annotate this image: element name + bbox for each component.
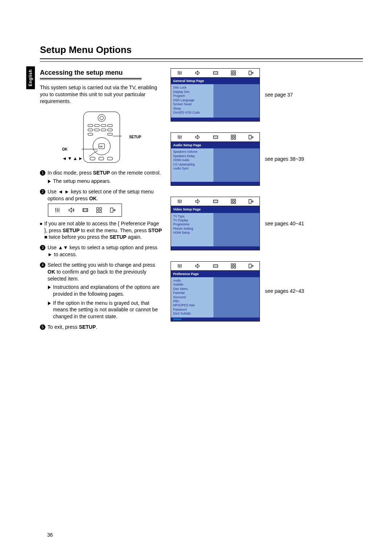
step-text: .: [97, 196, 98, 201]
svg-rect-35: [231, 135, 233, 137]
svg-rect-26: [100, 210, 102, 212]
settings-icon: [54, 207, 61, 213]
step-result: If the option in the menu is grayed out,…: [48, 300, 163, 320]
svg-rect-48: [234, 264, 236, 266]
setup-panel: General Setup PageDisc LockDisplay DimPr…: [171, 68, 260, 122]
panel-right-fill: [213, 148, 260, 182]
svg-rect-49: [231, 266, 233, 268]
panel-icon-strip: [171, 197, 260, 206]
right-column: General Setup PageDisc LockDisplay DimPr…: [171, 68, 363, 332]
step-result-text: Instructions and explanations of the opt…: [53, 284, 163, 298]
setup-panel-row: Video Setup PageTV TypeTV DisplayProgres…: [171, 197, 363, 250]
svg-rect-3: [88, 124, 93, 127]
exit-icon: [248, 134, 254, 140]
panel-option: Screen Saver: [173, 102, 211, 106]
audio-icon: [194, 134, 201, 140]
svg-point-1: [98, 114, 105, 122]
setup-panel: Audio Setup PageSpeakers VolumeSpeakers …: [171, 132, 260, 186]
section-title: Accessing the setup menu: [40, 68, 163, 77]
step-4: 4 Select the setting you wish to change …: [40, 262, 163, 282]
page-title: Setup Menu Options: [40, 44, 363, 56]
panel-option-list: TV TypeTV DisplayProgressivePicture Sett…: [171, 213, 213, 246]
remote-setup-label: SETUP: [129, 135, 141, 140]
grid-icon: [230, 263, 236, 269]
panel-option: HDMI Audio: [173, 158, 211, 162]
note-key: SETUP: [63, 228, 80, 233]
panel-option: Audio: [173, 279, 211, 283]
step-1: 1 In disc mode, press SETUP on the remot…: [40, 169, 163, 176]
setup-panel: Preference PageAudioSubtitleDisc MenuPar…: [171, 261, 260, 321]
svg-rect-28: [213, 71, 218, 74]
rule: [40, 78, 142, 79]
svg-text:OK: OK: [99, 146, 103, 148]
rule: [40, 79, 142, 80]
exit-icon: [109, 207, 116, 213]
step-number: 1: [40, 170, 45, 176]
step-number: 4: [40, 262, 45, 268]
step-text: Use ▲▼ keys to select a setup option and…: [48, 244, 163, 258]
settings-icon: [177, 198, 183, 204]
svg-rect-20: [99, 157, 104, 160]
panel-icon-strip: [171, 133, 260, 142]
svg-rect-27: [110, 208, 113, 212]
audio-icon: [194, 198, 201, 204]
settings-icon: [177, 134, 183, 140]
svg-rect-39: [249, 135, 252, 139]
panel-option: Speakers Delay: [173, 154, 211, 158]
note: If you are not able to access the { Pref…: [40, 220, 163, 241]
svg-rect-6: [107, 124, 113, 127]
svg-rect-42: [234, 199, 236, 201]
step-result: Instructions and explanations of the opt…: [48, 284, 163, 298]
language-tab: English: [26, 66, 35, 89]
panel-option: Program: [173, 94, 211, 98]
svg-rect-50: [234, 266, 236, 268]
panel-option: DivX(R) VOD Code: [173, 111, 211, 115]
step-text: Use ◄ ► keys to select one of the setup …: [48, 189, 154, 201]
panel-footer: [171, 182, 260, 185]
svg-rect-4: [94, 124, 99, 127]
exit-icon: [248, 70, 254, 76]
panel-option: TV Display: [173, 218, 211, 222]
panel-option: PBC: [173, 299, 211, 303]
panel-right-fill: [213, 213, 260, 246]
panel-title: Video Setup Page: [171, 206, 260, 213]
svg-rect-47: [231, 264, 233, 266]
panel-icon-strip: [171, 69, 260, 78]
video-icon: [212, 263, 219, 269]
panel-right-fill: [213, 277, 260, 318]
exit-icon: [248, 198, 254, 204]
svg-rect-33: [249, 71, 252, 75]
svg-rect-40: [213, 200, 218, 203]
rule: [40, 58, 363, 59]
panel-page-reference: see pages 42~43: [265, 288, 304, 295]
audio-icon: [194, 263, 201, 269]
panel-footer: [171, 118, 260, 121]
note-key: SETUP: [110, 234, 127, 240]
menu-icon-strip: [48, 204, 122, 217]
svg-rect-41: [231, 199, 233, 201]
panel-body: Speakers VolumeSpeakers DelayHDMI AudioC…: [171, 148, 260, 182]
panel-option-list: Speakers VolumeSpeakers DelayHDMI AudioC…: [171, 148, 213, 182]
step-text: In disc mode, press: [48, 170, 93, 176]
step-text: on the remote control.: [110, 170, 161, 176]
step-text: .: [96, 324, 97, 330]
audio-icon: [194, 70, 201, 76]
left-column: Accessing the setup menu This system set…: [40, 68, 163, 332]
panel-title: Preference Page: [171, 271, 260, 277]
step-number: 3: [40, 245, 45, 250]
remote-ok-label: OK: [62, 147, 68, 152]
remote-diagram: OK SETUP ◄▼▲►: [64, 110, 140, 164]
manual-page: English Setup Menu Options Accessing the…: [0, 0, 392, 553]
audio-icon: [68, 207, 75, 213]
svg-rect-32: [234, 73, 236, 75]
setup-panel-row: Preference PageAudioSubtitleDisc MenuPar…: [171, 261, 363, 321]
settings-icon: [177, 263, 183, 269]
grid-icon: [230, 70, 236, 76]
panel-title: Audio Setup Page: [171, 142, 260, 148]
svg-rect-46: [213, 265, 218, 267]
svg-rect-19: [90, 157, 95, 160]
panel-option: Parental: [173, 291, 211, 295]
panel-option: Audio Sync: [173, 167, 211, 171]
svg-rect-11: [88, 133, 93, 135]
panel-footer: [171, 246, 260, 250]
